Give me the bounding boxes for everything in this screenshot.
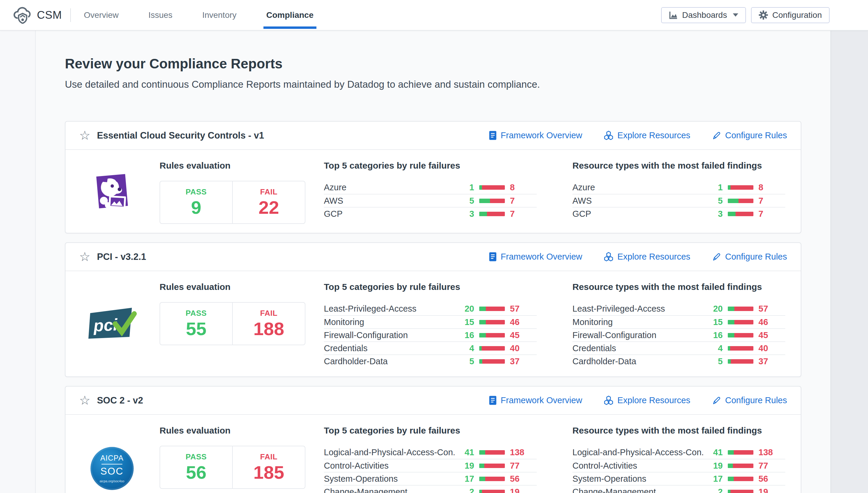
resource-types-rows: Logical-and-Physical-Access-Con...41138C… bbox=[572, 446, 785, 493]
pass-bar-segment bbox=[728, 199, 739, 203]
star-icon[interactable]: ☆ bbox=[79, 394, 90, 407]
fail-count: 7 bbox=[510, 196, 537, 206]
fail-cell: FAIL 22 bbox=[233, 181, 305, 223]
configuration-button[interactable]: Configuration bbox=[751, 7, 830, 23]
category-label: Change-Management bbox=[324, 487, 455, 493]
dashboards-button[interactable]: Dashboards bbox=[661, 7, 746, 23]
fail-count: 57 bbox=[759, 304, 785, 314]
pass-fail-bar bbox=[728, 450, 753, 455]
fail-count: 138 bbox=[510, 448, 537, 457]
pass-fail-bar bbox=[479, 464, 505, 468]
pass-label: PASS bbox=[186, 187, 207, 196]
fail-count: 138 bbox=[759, 448, 785, 457]
pass-bar-segment bbox=[479, 359, 482, 364]
document-icon bbox=[489, 131, 497, 140]
pass-bar-segment bbox=[479, 185, 482, 190]
category-label: Credentials bbox=[572, 343, 703, 353]
explore-resources-link[interactable]: Explore Resources bbox=[604, 131, 690, 140]
nav-tabs: Overview Issues Inventory Compliance bbox=[84, 0, 314, 30]
category-row: Logical-and-Physical-Access-Con...41138 bbox=[324, 446, 537, 459]
framework-card-header: ☆ PCI - v3.2.1 Framework Overview bbox=[65, 243, 801, 271]
category-label: Logical-and-Physical-Access-Con... bbox=[572, 448, 703, 457]
fail-count: 22 bbox=[259, 198, 279, 217]
fail-count: 185 bbox=[253, 463, 284, 482]
pass-cell: PASS 55 bbox=[160, 303, 233, 345]
pass-bar-segment bbox=[728, 333, 734, 338]
tab-inventory[interactable]: Inventory bbox=[202, 0, 236, 30]
tab-overview[interactable]: Overview bbox=[84, 0, 119, 30]
category-row: Least-Privileged-Access2057 bbox=[572, 302, 785, 315]
frameworks-list: ☆ Essential Cloud Security Controls - v1… bbox=[65, 121, 801, 493]
fail-count: 7 bbox=[759, 196, 785, 206]
pass-count: 19 bbox=[455, 461, 474, 471]
star-icon[interactable]: ☆ bbox=[79, 129, 90, 142]
dashboards-label: Dashboards bbox=[682, 10, 727, 20]
fail-count: 7 bbox=[759, 209, 785, 219]
category-label: Cardholder-Data bbox=[324, 357, 455, 366]
framework-overview-label: Framework Overview bbox=[501, 131, 582, 140]
fail-count: 8 bbox=[510, 183, 537, 192]
top-categories-section: Top 5 categories by rule failures Least-… bbox=[324, 282, 537, 367]
pass-bar-segment bbox=[728, 477, 734, 481]
left-gutter bbox=[0, 30, 36, 493]
category-label: System-Operations bbox=[572, 474, 703, 484]
fail-count: 77 bbox=[759, 461, 785, 471]
pass-bar-segment bbox=[479, 450, 485, 455]
pass-fail-bar bbox=[479, 450, 505, 455]
category-row: Monitoring1546 bbox=[572, 315, 785, 328]
explore-resources-label: Explore Resources bbox=[618, 252, 690, 262]
configure-rules-link[interactable]: Configure Rules bbox=[712, 395, 787, 405]
framework-overview-link[interactable]: Framework Overview bbox=[489, 395, 582, 405]
category-row: Cardholder-Data537 bbox=[572, 355, 785, 367]
pass-fail-bar bbox=[479, 320, 505, 324]
fail-count: 37 bbox=[510, 357, 537, 366]
framework-overview-link[interactable]: Framework Overview bbox=[489, 252, 582, 262]
configuration-label: Configuration bbox=[772, 10, 822, 20]
configure-rules-link[interactable]: Configure Rules bbox=[712, 252, 787, 262]
hexagon-cluster-icon bbox=[604, 395, 613, 405]
configure-rules-label: Configure Rules bbox=[725, 395, 787, 405]
soc-badge-divider bbox=[101, 464, 122, 465]
explore-resources-link[interactable]: Explore Resources bbox=[604, 252, 690, 262]
category-label: Monitoring bbox=[324, 317, 455, 327]
fail-count: 45 bbox=[510, 330, 537, 340]
pass-cell: PASS 9 bbox=[160, 181, 233, 223]
pass-bar-segment bbox=[479, 346, 482, 350]
rules-evaluation-heading: Rules evaluation bbox=[160, 282, 305, 292]
document-icon bbox=[489, 395, 497, 405]
pass-fail-bar bbox=[479, 306, 505, 311]
fail-cell: FAIL 185 bbox=[233, 446, 305, 488]
fail-count: 188 bbox=[253, 319, 284, 338]
cloud-shield-icon bbox=[13, 6, 32, 24]
framework-overview-link[interactable]: Framework Overview bbox=[489, 131, 582, 140]
fail-cell: FAIL 188 bbox=[233, 303, 305, 345]
category-row: Azure18 bbox=[572, 181, 785, 194]
category-label: Credentials bbox=[324, 343, 455, 353]
main-content: Review your Compliance Reports Use detai… bbox=[36, 30, 830, 493]
explore-resources-link[interactable]: Explore Resources bbox=[604, 395, 690, 405]
pass-count: 16 bbox=[455, 330, 474, 340]
category-label: Control-Activities bbox=[324, 461, 455, 471]
pass-fail-bar bbox=[728, 306, 753, 311]
configure-rules-link[interactable]: Configure Rules bbox=[712, 131, 787, 140]
star-icon[interactable]: ☆ bbox=[79, 251, 90, 263]
pass-fail-bar bbox=[479, 333, 505, 338]
fail-count: 8 bbox=[759, 183, 785, 192]
tab-compliance[interactable]: Compliance bbox=[266, 0, 314, 30]
pass-count: 1 bbox=[703, 183, 723, 192]
pencil-icon bbox=[712, 252, 721, 262]
fail-label: FAIL bbox=[260, 452, 278, 462]
top-categories-heading: Top 5 categories by rule failures bbox=[324, 426, 537, 436]
pass-count: 2 bbox=[455, 487, 474, 493]
top-nav-bar: CSM Overview Issues Inventory Compliance… bbox=[0, 0, 868, 30]
pass-count: 16 bbox=[703, 330, 723, 340]
pass-count: 41 bbox=[455, 448, 474, 457]
aicpa-soc-badge: AICPA SOC aicpa.org/soc4so bbox=[90, 447, 134, 490]
pass-count: 4 bbox=[703, 343, 723, 353]
framework-title: PCI - v3.2.1 bbox=[97, 252, 146, 262]
category-row: GCP37 bbox=[324, 207, 537, 220]
fail-count: 46 bbox=[759, 317, 785, 327]
chevron-down-icon bbox=[733, 14, 738, 17]
tab-issues[interactable]: Issues bbox=[148, 0, 173, 30]
datadog-dog-logo bbox=[89, 169, 135, 216]
